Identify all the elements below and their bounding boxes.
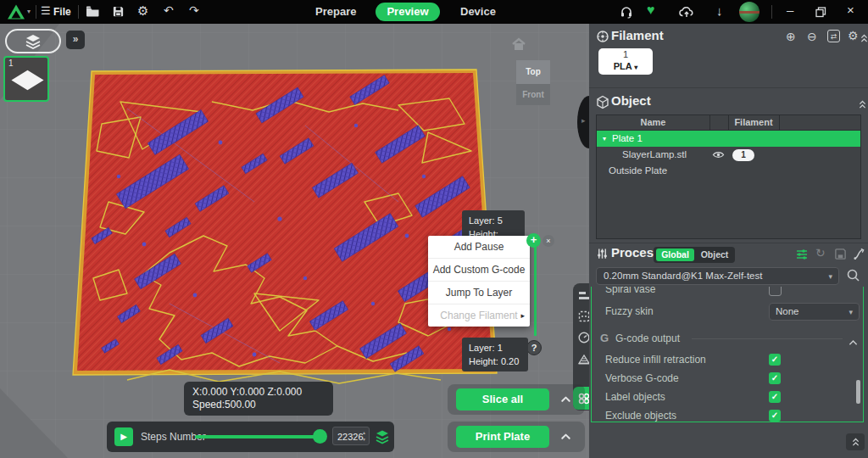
plate-grid-button[interactable]: [577, 310, 589, 327]
slice-all-button[interactable]: Slice all: [456, 388, 549, 411]
file-menu[interactable]: File: [53, 6, 71, 18]
open-file-button[interactable]: [86, 5, 100, 21]
favorites-heart-button[interactable]: ♥: [647, 3, 655, 17]
layer-slider-track[interactable]: [534, 241, 537, 336]
save-preset-button[interactable]: [834, 248, 847, 264]
reset-button[interactable]: ↻: [815, 246, 826, 260]
help-button[interactable]: ?: [526, 340, 542, 355]
layer-stack-button[interactable]: [375, 429, 390, 448]
steps-slider-track[interactable]: [195, 435, 320, 438]
slice-options-button[interactable]: [559, 393, 572, 409]
print-options-button[interactable]: [559, 430, 572, 446]
spinner-up-icon[interactable]: ▲: [362, 431, 366, 435]
table-row-outside-plate[interactable]: Outside Plate: [597, 163, 860, 179]
exclude-objects-checkbox[interactable]: ✓: [769, 410, 781, 422]
undo-button[interactable]: ↶: [164, 4, 174, 16]
steps-slider-handle[interactable]: [313, 429, 327, 444]
steps-toolbar: ▶ Steps Number 22326 ▲ ▼: [107, 422, 394, 452]
section-collapse-button[interactable]: [849, 334, 858, 349]
hamburger-icon[interactable]: ☰: [41, 5, 51, 16]
filament-swap-button[interactable]: ⇄: [827, 30, 840, 42]
filament-material[interactable]: PLA ▾: [598, 60, 653, 74]
speed-view-button[interactable]: [577, 331, 589, 348]
play-button[interactable]: ▶: [114, 427, 133, 446]
filament-slot-card[interactable]: 1 PLA ▾: [598, 48, 653, 75]
app-logo[interactable]: [7, 0, 25, 24]
search-settings-button[interactable]: [846, 268, 860, 286]
chevron-down-icon: ▾: [828, 269, 832, 285]
coordinates-tooltip: X:0.000 Y:0.000 Z:0.000 Speed:500.00: [184, 382, 333, 416]
view-cube-top[interactable]: Top: [516, 60, 550, 84]
support-button[interactable]: [620, 5, 633, 22]
menu-item-add-pause[interactable]: Add Pause: [428, 236, 530, 259]
maximize-button[interactable]: [815, 6, 826, 21]
menu-item-change-filament[interactable]: Change Filament ▸: [428, 304, 530, 327]
double-chevron-up-icon: [859, 100, 866, 109]
column-header-name: Name: [597, 115, 709, 130]
cloud-upload-button[interactable]: [679, 5, 694, 21]
menu-item-jump-to-layer[interactable]: Jump To Layer: [428, 282, 530, 304]
row-filament-badge[interactable]: 1: [732, 149, 754, 161]
print-plate-button[interactable]: Print Plate: [456, 426, 549, 448]
scope-tab-object[interactable]: Object: [696, 249, 733, 261]
divider: [36, 5, 36, 19]
right-panel: Filament ⊕ ⊖ ⇄ ⚙ 1 PLA ▾ Object Name Fil…: [589, 24, 868, 458]
add-filament-button[interactable]: ⊕: [786, 30, 796, 43]
chevron-down-icon: ▾: [849, 304, 853, 321]
tune-button[interactable]: [795, 248, 809, 265]
panel-collapse-all-button[interactable]: [846, 433, 865, 450]
slider-close-button[interactable]: ×: [542, 235, 554, 247]
spinner-down-icon[interactable]: ▼: [362, 438, 366, 442]
table-row-model[interactable]: SlayerLamp.stl 1: [597, 147, 860, 163]
tab-preview[interactable]: Preview: [376, 3, 440, 21]
view-home-button[interactable]: [509, 36, 528, 55]
close-button[interactable]: ×: [847, 3, 854, 16]
table-row-plate[interactable]: ▾ Plate 1: [597, 131, 860, 147]
settings-gear-button[interactable]: ⚙: [137, 4, 148, 17]
layer-slider-handle[interactable]: +: [526, 233, 541, 248]
minimize-button[interactable]: –: [787, 3, 793, 16]
filament-collapse-button[interactable]: [860, 31, 868, 47]
double-chevron-up-icon: [860, 34, 868, 43]
calibration-button[interactable]: [853, 248, 865, 264]
spiral-vase-checkbox[interactable]: [769, 287, 782, 296]
fuzzy-skin-select[interactable]: None ▾: [769, 303, 860, 321]
chevron-up-icon: [559, 430, 572, 443]
mountain-icon: [577, 352, 589, 366]
plate-thumbnail[interactable]: 1: [3, 56, 49, 102]
menu-item-add-custom-gcode[interactable]: Add Custom G-code: [428, 259, 530, 282]
expand-panel-button[interactable]: »: [66, 31, 85, 49]
verbose-gcode-checkbox[interactable]: ✓: [769, 372, 781, 384]
floppy-icon: [834, 248, 847, 260]
steps-value-input[interactable]: 22326 ▲ ▼: [332, 427, 370, 445]
label-objects-checkbox[interactable]: ✓: [769, 391, 781, 403]
row-caret-icon[interactable]: ▾: [603, 131, 606, 147]
layer-value: Layer: 1: [469, 341, 521, 355]
redo-button[interactable]: ↷: [189, 4, 199, 16]
chevron-up-icon: [559, 393, 572, 405]
line-type-button[interactable]: [577, 288, 589, 305]
logo-chevron-icon[interactable]: ▾: [27, 8, 31, 15]
tab-prepare[interactable]: Prepare: [315, 0, 356, 24]
titlebar: ▾ ☰ File ⚙ ↶ ↷ Prepare Preview Device ♥: [0, 0, 868, 24]
tab-device[interactable]: Device: [460, 0, 496, 24]
object-collapse-button[interactable]: [859, 98, 866, 113]
coordinates-line: X:0.000 Y:0.000 Z:0.000: [192, 386, 325, 399]
column-header-filament: Filament: [728, 115, 779, 130]
gauge-icon: [577, 331, 589, 344]
plate-list-toggle-button[interactable]: [5, 29, 61, 53]
app-window: { "colors": { "accent": "#23c55e", "titl…: [0, 0, 868, 458]
headset-icon: [620, 5, 633, 19]
filament-settings-button[interactable]: ⚙: [848, 29, 859, 42]
download-button[interactable]: ↓: [716, 4, 723, 17]
chevron-up-icon: [849, 339, 858, 346]
scope-tab-global[interactable]: Global: [656, 249, 694, 261]
reduce-infill-retraction-checkbox[interactable]: ✓: [769, 354, 781, 366]
remove-filament-button[interactable]: ⊖: [807, 30, 817, 43]
support-view-button[interactable]: [577, 352, 589, 369]
user-avatar[interactable]: [739, 2, 760, 22]
process-preset-select[interactable]: 0.20mm Standard@K1 Max-Zelf-test ▾: [596, 267, 839, 285]
view-cube-front[interactable]: Front: [516, 84, 550, 105]
save-button[interactable]: [112, 5, 125, 21]
settings-scrollbar[interactable]: [856, 380, 860, 404]
